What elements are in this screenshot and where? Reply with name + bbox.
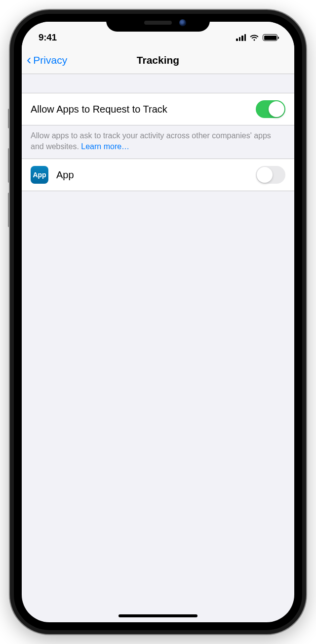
chevron-left-icon: ‹ — [27, 52, 31, 68]
app-tracking-cell: App App — [22, 159, 294, 191]
wifi-icon — [249, 34, 259, 41]
status-icons — [236, 34, 277, 41]
notch — [106, 14, 210, 32]
app-icon: App — [31, 166, 48, 184]
footer-description: Allow apps to ask to track your activity… — [31, 131, 271, 151]
screen: 9:41 ‹ — [22, 22, 294, 622]
status-time: 9:41 — [39, 32, 57, 43]
cellular-signal-icon — [236, 34, 246, 41]
home-indicator[interactable] — [118, 614, 198, 617]
allow-tracking-label: Allow Apps to Request to Track — [31, 104, 167, 115]
content-area: Allow Apps to Request to Track Allow app… — [22, 74, 294, 191]
device-frame: 9:41 ‹ — [10, 10, 306, 634]
app-name-label: App — [56, 169, 74, 181]
navigation-bar: ‹ Privacy Tracking — [22, 46, 294, 74]
allow-tracking-toggle[interactable] — [256, 100, 285, 118]
front-camera — [179, 19, 186, 26]
back-label: Privacy — [33, 54, 67, 66]
learn-more-link[interactable]: Learn more… — [81, 142, 129, 151]
speaker-grille — [144, 21, 172, 25]
back-button[interactable]: ‹ Privacy — [27, 53, 67, 68]
battery-icon — [263, 34, 277, 41]
allow-tracking-cell: Allow Apps to Request to Track — [22, 93, 294, 125]
allow-tracking-footer: Allow apps to ask to track your activity… — [22, 125, 294, 157]
device-bezel: 9:41 ‹ — [14, 14, 302, 630]
app-tracking-toggle[interactable] — [256, 166, 285, 184]
page-title: Tracking — [137, 54, 179, 66]
